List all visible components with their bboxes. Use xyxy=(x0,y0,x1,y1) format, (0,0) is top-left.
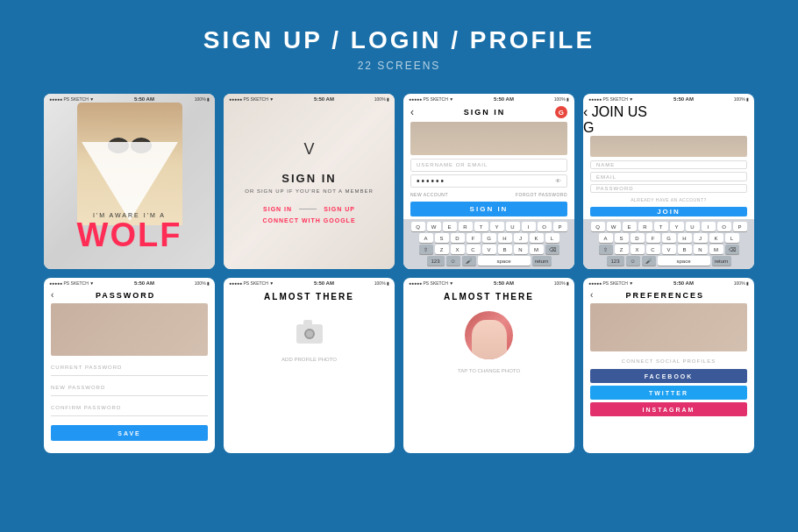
jk-t[interactable]: T xyxy=(654,222,668,231)
jk-j[interactable]: J xyxy=(694,233,708,243)
jk-num[interactable]: 123 xyxy=(607,256,624,266)
signin-button[interactable]: SIGN IN xyxy=(410,202,567,216)
facebook-btn[interactable]: FACEBOOK xyxy=(590,369,747,383)
jk-p[interactable]: P xyxy=(733,222,747,231)
already-account-text: ALREADY HAVE AN ACCOUNT? xyxy=(583,195,754,204)
password-field[interactable]: •••••• 👁 xyxy=(410,174,567,188)
jk-z[interactable]: Z xyxy=(615,245,629,254)
key-s[interactable]: S xyxy=(435,233,449,243)
jk-e[interactable]: E xyxy=(623,222,637,231)
key-q[interactable]: Q xyxy=(411,222,425,231)
key-w[interactable]: W xyxy=(427,222,441,231)
join-password-field[interactable]: PASSWORD xyxy=(590,184,747,193)
key-r[interactable]: R xyxy=(459,222,473,231)
jk-x[interactable]: X xyxy=(631,245,645,254)
twitter-btn[interactable]: TWITTER xyxy=(590,386,747,400)
jk-k[interactable]: K xyxy=(709,233,723,243)
jk-q[interactable]: Q xyxy=(591,222,605,231)
camera-subtitle: ADD PROFILE PHOTO xyxy=(224,352,395,367)
signal-3: ●●●●● PS SKETCH ▼ xyxy=(409,96,453,102)
key-g[interactable]: G xyxy=(482,233,496,243)
jk-y[interactable]: Y xyxy=(670,222,684,231)
key-l[interactable]: L xyxy=(545,233,559,243)
key-mic[interactable]: 🎤 xyxy=(462,256,476,266)
key-e[interactable]: E xyxy=(443,222,457,231)
key-c[interactable]: C xyxy=(467,245,481,254)
jk-h[interactable]: H xyxy=(678,233,692,243)
jk-b[interactable]: B xyxy=(678,245,692,254)
jk-c[interactable]: C xyxy=(646,245,660,254)
jk-emoji[interactable]: ☺ xyxy=(626,256,640,266)
key-f[interactable]: F xyxy=(467,233,481,243)
username-field[interactable]: USERNAME OR EMAIL xyxy=(410,159,567,172)
jk-a[interactable]: A xyxy=(599,233,613,243)
email-field[interactable]: EMAIL xyxy=(590,172,747,181)
jk-return[interactable]: return xyxy=(712,256,731,266)
key-v[interactable]: V xyxy=(482,245,496,254)
screen-password: ●●●●● PS SKETCH ▼ 5:50 AM 100% ▮ ‹ PASSW… xyxy=(44,278,215,453)
key-i[interactable]: I xyxy=(522,222,536,231)
instagram-btn[interactable]: INSTAGRAM xyxy=(590,402,747,416)
jk-o[interactable]: O xyxy=(717,222,731,231)
jk-r[interactable]: R xyxy=(638,222,652,231)
prefs-subtitle: CONNECT SOCIAL PROFILES xyxy=(590,358,747,364)
battery-7: 100% ▮ xyxy=(554,280,569,286)
key-emoji[interactable]: ☺ xyxy=(446,256,460,266)
name-field[interactable]: NAME xyxy=(590,160,747,169)
back-arrow-icon[interactable]: ‹ xyxy=(410,106,414,118)
signin-link[interactable]: SIGN IN xyxy=(263,206,292,212)
key-h[interactable]: H xyxy=(498,233,512,243)
key-shift[interactable]: ⇧ xyxy=(419,245,433,254)
signup-link[interactable]: SIGN UP xyxy=(324,206,355,212)
status-bar-2: ●●●●● PS SKETCH ▼ 5:50 AM 100% ▮ xyxy=(224,94,395,104)
key-u[interactable]: U xyxy=(506,222,520,231)
key-k[interactable]: K xyxy=(530,233,544,243)
key-z[interactable]: Z xyxy=(435,245,449,254)
google-icon[interactable]: G xyxy=(555,106,567,118)
jk-l[interactable]: L xyxy=(725,233,739,243)
jk-i[interactable]: I xyxy=(702,222,716,231)
key-j[interactable]: J xyxy=(514,233,528,243)
join-google-icon[interactable]: G xyxy=(583,120,754,136)
new-account-link[interactable]: NEW ACCOUNT xyxy=(410,192,448,197)
jk-w[interactable]: W xyxy=(607,222,621,231)
google-link[interactable]: CONNECT WITH GOOGLE xyxy=(262,217,355,223)
screens-grid: ●●●●● PS SKETCH ▼ 5:50 AM 100% ▮ I'M AWA… xyxy=(0,81,798,462)
key-n[interactable]: N xyxy=(514,245,528,254)
key-d[interactable]: D xyxy=(451,233,465,243)
jk-u[interactable]: U xyxy=(686,222,700,231)
forgot-link[interactable]: FORGOT PASSWORD xyxy=(516,192,567,197)
key-t[interactable]: T xyxy=(474,222,488,231)
key-y[interactable]: Y xyxy=(490,222,504,231)
jk-m[interactable]: M xyxy=(709,245,723,254)
save-password-btn[interactable]: SAVE xyxy=(51,425,208,441)
key-x[interactable]: X xyxy=(451,245,465,254)
jk-g[interactable]: G xyxy=(662,233,676,243)
key-b[interactable]: B xyxy=(498,245,512,254)
wolf-triangle xyxy=(82,142,178,221)
jk-shift[interactable]: ⇧ xyxy=(599,245,613,254)
key-o[interactable]: O xyxy=(538,222,552,231)
jk-delete[interactable]: ⌫ xyxy=(725,245,739,254)
key-m[interactable]: M xyxy=(530,245,544,254)
jk-f[interactable]: F xyxy=(646,233,660,243)
jk-d[interactable]: D xyxy=(631,233,645,243)
page-container: SIGN UP / LOGIN / PROFILE 22 SCREENS ●●●… xyxy=(0,0,798,462)
jk-v[interactable]: V xyxy=(662,245,676,254)
eye-icon[interactable]: 👁 xyxy=(555,178,561,184)
join-keyboard-row-1: Q W E R T Y U I O P xyxy=(587,222,751,231)
join-button[interactable]: JOIN xyxy=(590,207,747,216)
jk-s[interactable]: S xyxy=(615,233,629,243)
key-num[interactable]: 123 xyxy=(427,256,445,266)
key-p[interactable]: P xyxy=(553,222,567,231)
camera-icon[interactable] xyxy=(296,324,323,344)
key-delete[interactable]: ⌫ xyxy=(545,245,559,254)
key-a[interactable]: A xyxy=(419,233,433,243)
jk-mic[interactable]: 🎤 xyxy=(642,256,656,266)
join-back-icon[interactable]: ‹ xyxy=(583,104,588,119)
jk-space[interactable]: space xyxy=(658,256,710,266)
jk-n[interactable]: N xyxy=(694,245,708,254)
key-return[interactable]: return xyxy=(532,256,552,266)
join-keyboard-row-2: A S D F G H J K L xyxy=(587,233,751,243)
key-space[interactable]: space xyxy=(478,256,531,266)
